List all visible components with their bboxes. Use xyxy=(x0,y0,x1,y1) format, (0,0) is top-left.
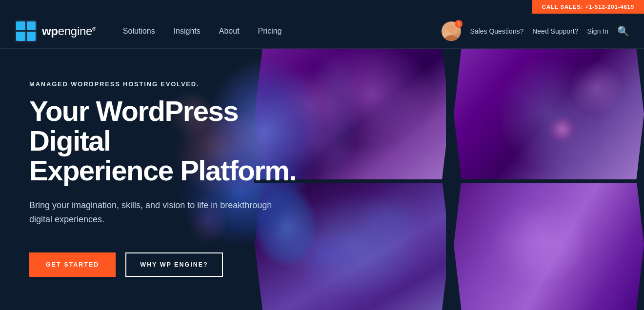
sign-in-link[interactable]: Sign In xyxy=(587,27,608,35)
moon-shape xyxy=(549,116,576,143)
hero-panel-bottom-right xyxy=(454,179,644,310)
logo-icon xyxy=(15,20,37,42)
hero-section: MANAGED WORDPRESS HOSTING EVOLVED. Your … xyxy=(0,49,644,310)
hero-content: MANAGED WORDPRESS HOSTING EVOLVED. Your … xyxy=(0,49,312,277)
main-nav: wpengine® Solutions Insights About Prici… xyxy=(0,14,644,49)
call-sales-button[interactable]: CALL SALES: +1-512-201-4619 xyxy=(532,0,644,14)
nav-links: Solutions Insights About Pricing xyxy=(123,27,442,36)
nav-about[interactable]: About xyxy=(219,27,240,35)
hero-buttons: GET STARTED WHY WP ENGINE? xyxy=(29,252,312,277)
sales-questions-link[interactable]: Sales Questions? xyxy=(470,27,523,35)
logo[interactable]: wpengine® xyxy=(15,20,96,42)
nav-solutions[interactable]: Solutions xyxy=(123,27,155,35)
notification-badge: 1 xyxy=(455,20,463,28)
avatar-container[interactable]: 1 xyxy=(442,21,461,41)
hero-divider-v xyxy=(446,49,450,310)
hero-description: Bring your imagination, skills, and visi… xyxy=(29,198,278,227)
why-wp-engine-button[interactable]: WHY WP ENGINE? xyxy=(125,252,222,277)
svg-point-1 xyxy=(444,35,458,41)
nav-pricing[interactable]: Pricing xyxy=(258,27,282,35)
search-icon[interactable]: 🔍 xyxy=(617,25,629,37)
get-started-button[interactable]: GET STARTED xyxy=(29,252,116,277)
hero-panel-top-right xyxy=(454,49,644,179)
need-support-link[interactable]: Need Support? xyxy=(532,27,578,35)
hero-title: Your WordPress Digital Experience Platfo… xyxy=(29,97,312,186)
nav-insights[interactable]: Insights xyxy=(174,27,201,35)
nav-right: 1 Sales Questions? Need Support? Sign In… xyxy=(442,21,629,41)
logo-text: wpengine® xyxy=(42,24,96,38)
hero-subtitle: MANAGED WORDPRESS HOSTING EVOLVED. xyxy=(29,80,312,88)
